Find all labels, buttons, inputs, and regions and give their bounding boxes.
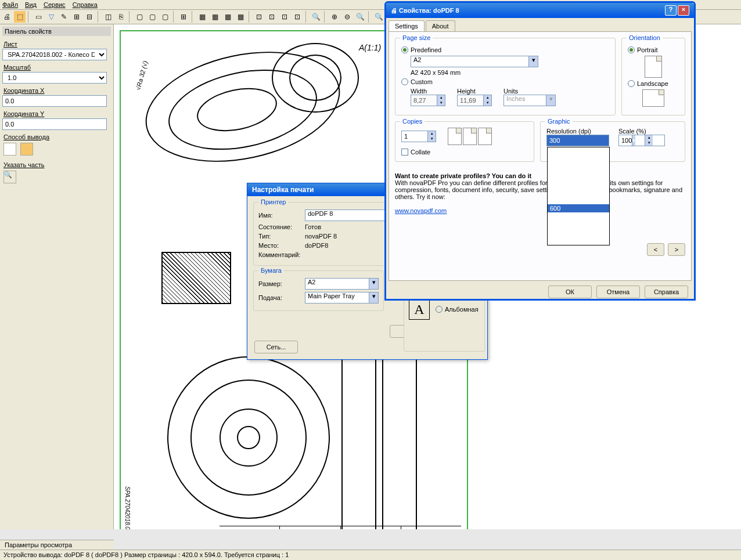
resolution-option[interactable]: 150: [548, 172, 609, 180]
tab-about[interactable]: About: [426, 20, 455, 31]
orientation-group-label: Orientation: [627, 34, 663, 41]
menu-file[interactable]: Файл: [2, 1, 18, 8]
copies-input[interactable]: ▴▾: [401, 131, 436, 142]
zoom-fit-icon[interactable]: 🔍: [310, 11, 322, 23]
filter-icon[interactable]: ▽: [45, 11, 57, 23]
v3-icon[interactable]: ▦: [222, 11, 233, 23]
resolution-option[interactable]: 300: [548, 188, 609, 196]
grid1-icon[interactable]: ⊞: [71, 11, 82, 23]
view-params-tab[interactable]: Параметры просмотра: [0, 540, 114, 550]
height-input[interactable]: ▴▾: [457, 95, 492, 106]
specify-label: Указать часть: [3, 161, 110, 168]
m1-icon[interactable]: ⊡: [253, 11, 265, 23]
menu-view[interactable]: Вид: [25, 1, 37, 8]
m2-icon[interactable]: ⊡: [266, 11, 278, 23]
help-icon[interactable]: ?: [665, 5, 677, 16]
resolution-option[interactable]: 360: [548, 196, 609, 204]
v2-icon[interactable]: ▦: [209, 11, 221, 23]
dopdf-cancel-button[interactable]: Отмена: [596, 286, 640, 298]
next-button[interactable]: >: [668, 243, 685, 256]
printer-group-label: Принтер: [258, 198, 288, 205]
name-label: Имя:: [258, 212, 300, 219]
layers-icon[interactable]: ◫: [102, 11, 114, 23]
view-a-label: A(1:1): [359, 43, 381, 52]
select-icon[interactable]: ▭: [33, 11, 44, 23]
printer-icon: 🖨: [391, 7, 397, 14]
properties-panel: Панель свойств Лист SPA.27042018.002 - К…: [0, 24, 114, 529]
resolution-option[interactable]: 1440: [548, 229, 609, 237]
paper-group-label: Бумага: [258, 267, 284, 274]
dopdf-ok-button[interactable]: ОК: [548, 286, 592, 298]
specify-button[interactable]: 🔍: [3, 171, 16, 183]
close-icon[interactable]: ×: [678, 5, 689, 16]
resolution-dropdown[interactable]: 7296144150288300360600720120014402400: [547, 147, 610, 245]
paper-feed-select[interactable]: Main Paper Tray▾: [305, 292, 379, 304]
landscape-radio2[interactable]: Landscape: [628, 80, 679, 87]
resolution-option[interactable]: 144: [548, 164, 609, 172]
collate-icon-2: [463, 128, 477, 145]
panel-title: Панель свойств: [2, 27, 111, 36]
v4-icon[interactable]: ▦: [235, 11, 246, 23]
stamp-text: SPA.27042018.002: [124, 486, 131, 529]
resolution-option[interactable]: 2400: [548, 237, 609, 245]
portrait-radio[interactable]: Portrait: [628, 46, 679, 53]
m4-icon[interactable]: ⊡: [292, 11, 303, 23]
coordx-input[interactable]: [2, 95, 107, 107]
m3-icon[interactable]: ⊡: [279, 11, 290, 23]
copies-group-label: Copies: [400, 118, 425, 125]
scale-select[interactable]: 1.0: [2, 72, 107, 84]
scale-pct-label: Scale (%): [618, 128, 665, 135]
width-input[interactable]: ▴▾: [411, 95, 445, 106]
zoom-sel-icon[interactable]: 🔍: [354, 11, 366, 23]
collate-checkbox[interactable]: Collate: [401, 149, 528, 156]
predefined-radio[interactable]: Predefined: [401, 46, 609, 53]
resolution-select[interactable]: ▾ 7296144150288300360600720120014402400: [546, 135, 609, 146]
sheet-select[interactable]: SPA.27042018.002 - Колесо D30: [2, 49, 107, 60]
paper-size-select[interactable]: A2▾: [305, 278, 379, 290]
print-icon[interactable]: 🖨: [1, 11, 13, 23]
zoom-in-icon[interactable]: ⊕: [329, 11, 340, 23]
tile-icon[interactable]: ⊞: [178, 11, 189, 23]
resolution-option[interactable]: 72: [548, 147, 609, 156]
prev-button[interactable]: <: [647, 243, 664, 256]
output-portrait-button[interactable]: [3, 143, 16, 156]
resolution-option[interactable]: 720: [548, 212, 609, 221]
resolution-option[interactable]: 288: [548, 180, 609, 188]
height-label: Height: [457, 88, 492, 95]
win3-icon[interactable]: ▢: [159, 11, 171, 23]
win1-icon[interactable]: ▢: [134, 11, 145, 23]
network-button[interactable]: Сеть...: [254, 341, 298, 353]
landscape-radio[interactable]: Альбомная: [436, 306, 479, 313]
tab-settings[interactable]: Settings: [389, 20, 425, 31]
coordy-input[interactable]: [2, 118, 107, 130]
zoom-out-icon[interactable]: ⊖: [341, 11, 353, 23]
coordx-label: Координата X: [3, 87, 110, 94]
zoom-region-icon[interactable]: 🔍: [373, 11, 384, 23]
resolution-option[interactable]: 1200: [548, 221, 609, 229]
menu-help[interactable]: Справка: [73, 1, 98, 8]
copy-icon[interactable]: ⎘: [115, 11, 127, 23]
menu-service[interactable]: Сервис: [44, 1, 66, 8]
v1-icon[interactable]: ▦: [196, 11, 208, 23]
promo-link[interactable]: www.novapdf.com: [395, 207, 447, 214]
sheet-label: Лист: [3, 41, 110, 48]
ra-label: √Ra 32 (√): [134, 60, 149, 91]
tool1-icon[interactable]: ✎: [58, 11, 70, 23]
pagesize-group-label: Page size: [400, 34, 433, 41]
custom-radio[interactable]: Custom: [401, 78, 609, 85]
win2-icon[interactable]: ▢: [146, 11, 158, 23]
promo-title: Want to create private profiles? You can…: [395, 172, 531, 179]
grid2-icon[interactable]: ⊟: [84, 11, 95, 23]
preview-icon[interactable]: ⬚: [14, 11, 26, 23]
resolution-option[interactable]: 600: [548, 204, 609, 212]
collate-icon-3: [478, 128, 492, 145]
output-label: Способ вывода: [3, 133, 110, 140]
units-select[interactable]: Inches▾: [503, 95, 556, 106]
dopdf-help-button[interactable]: Справка: [645, 286, 688, 298]
coordy-label: Координата Y: [3, 110, 110, 117]
output-landscape-button[interactable]: [20, 143, 33, 156]
resolution-label: Resolution (dpi): [546, 128, 609, 135]
resolution-option[interactable]: 96: [548, 156, 609, 164]
place-label: Место:: [258, 242, 300, 249]
paper-preset-select[interactable]: A2▾: [411, 56, 538, 67]
